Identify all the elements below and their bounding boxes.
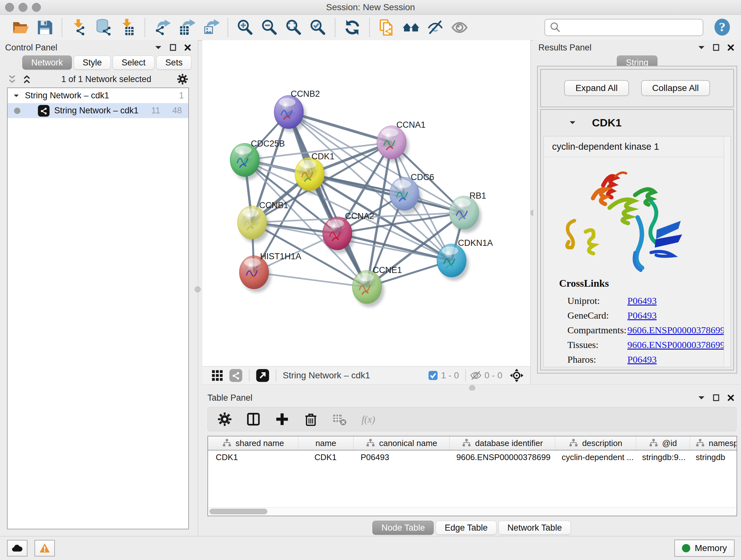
tab-style[interactable]: Style bbox=[74, 56, 111, 70]
hide-selected-button[interactable] bbox=[427, 19, 444, 36]
import-table-button[interactable] bbox=[119, 19, 136, 36]
column-header-database-identifier[interactable]: database identifier bbox=[450, 436, 555, 450]
save-session-button[interactable] bbox=[36, 19, 53, 36]
network-node-RB1[interactable] bbox=[449, 196, 481, 233]
pan-crosshair-icon[interactable] bbox=[509, 368, 524, 383]
column-header--id[interactable]: @id bbox=[636, 436, 690, 450]
warning-icon bbox=[39, 543, 51, 554]
table-horizontal-scrollbar[interactable] bbox=[208, 507, 737, 516]
memory-label: Memory bbox=[695, 543, 727, 553]
control-panel-float-icon[interactable] bbox=[168, 43, 178, 53]
cell-shared-name[interactable]: CDK1 bbox=[208, 452, 298, 462]
zoom-out-button[interactable] bbox=[261, 19, 278, 36]
network-row-selected[interactable]: String Network – cdk1 11 48 bbox=[8, 103, 188, 118]
selected-checkbox-icon[interactable] bbox=[428, 370, 439, 381]
expand-all-networks-icon[interactable] bbox=[21, 73, 32, 85]
zoom-selected-button[interactable] bbox=[309, 19, 327, 36]
node-count: 11 bbox=[151, 106, 160, 116]
search-box[interactable] bbox=[544, 19, 703, 36]
network-node-CDKN1A[interactable] bbox=[437, 244, 469, 281]
open-session-button[interactable] bbox=[12, 19, 29, 36]
network-node-CDC25B[interactable] bbox=[230, 143, 262, 180]
delete-column-button[interactable] bbox=[304, 412, 318, 427]
network-node-HIST1H1A[interactable] bbox=[239, 256, 271, 293]
tab-node-table[interactable]: Node Table bbox=[373, 521, 434, 535]
help-button[interactable]: ? bbox=[713, 18, 731, 37]
collapse-all-networks-icon[interactable] bbox=[6, 73, 18, 85]
left-panel-grip[interactable] bbox=[195, 287, 201, 293]
export-network-button[interactable] bbox=[153, 19, 171, 36]
section-collapse-icon[interactable] bbox=[568, 118, 577, 127]
import-network-file-button[interactable] bbox=[71, 19, 88, 36]
network-node-CCNE1[interactable] bbox=[352, 270, 384, 307]
first-neighbors-button[interactable] bbox=[402, 19, 420, 36]
column-header-description[interactable]: description bbox=[555, 436, 636, 450]
results-panel-float-icon[interactable] bbox=[711, 43, 721, 53]
expand-all-button[interactable]: Expand All bbox=[564, 80, 629, 96]
cell-canonical-name[interactable]: P06493 bbox=[353, 452, 449, 462]
cell-namespace[interactable]: stringdb bbox=[688, 452, 737, 462]
export-table-button[interactable] bbox=[178, 19, 195, 36]
results-scrollbar[interactable] bbox=[724, 136, 731, 367]
column-header-name[interactable]: name bbox=[298, 436, 354, 450]
scrollbar-thumb[interactable] bbox=[209, 509, 267, 514]
tab-select[interactable]: Select bbox=[113, 56, 154, 70]
cell-database-identifier[interactable]: 9606.ENSP00000378699 bbox=[449, 452, 554, 462]
collapse-all-button[interactable]: Collapse All bbox=[641, 80, 710, 96]
table-row[interactable]: CDK1CDK1P064939606.ENSP00000378699cyclin… bbox=[208, 450, 737, 464]
tab-edge-table[interactable]: Edge Table bbox=[435, 521, 496, 535]
zoom-in-button[interactable] bbox=[237, 19, 254, 36]
cell--id[interactable]: stringdb:9... bbox=[634, 452, 688, 462]
cell-name[interactable]: CDK1 bbox=[298, 452, 353, 462]
results-panel-menu-icon[interactable] bbox=[696, 43, 706, 53]
detach-view-icon[interactable] bbox=[256, 369, 269, 382]
search-input[interactable] bbox=[563, 22, 703, 33]
crosslink-link[interactable]: P06493 bbox=[627, 310, 657, 321]
show-grid-icon[interactable] bbox=[211, 369, 224, 382]
cell-description[interactable]: cyclin-dependent ... bbox=[554, 452, 634, 462]
tab-sets[interactable]: Sets bbox=[156, 56, 192, 70]
network-collection-row[interactable]: String Network – cdk1 1 bbox=[8, 88, 188, 103]
table-panel-menu-icon[interactable] bbox=[696, 393, 706, 403]
table-panel-float-icon[interactable] bbox=[711, 393, 721, 403]
horizontal-divider[interactable] bbox=[202, 384, 741, 391]
crosslink-link[interactable]: P06493 bbox=[627, 295, 657, 306]
zoom-fit-content-button[interactable] bbox=[285, 19, 302, 36]
table-tabs: Node TableEdge TableNetwork Table bbox=[202, 521, 741, 535]
string-network-badge-icon bbox=[38, 105, 50, 117]
network-node-CCNB2[interactable] bbox=[274, 96, 306, 132]
network-canvas[interactable]: CCNB2CCNA1CDC25BCDK1CDC6RB1CCNB1CCNA2CDK… bbox=[202, 40, 530, 367]
crosslink-link[interactable]: 9606.ENSP00000378699 bbox=[627, 339, 725, 350]
duplicate-network-button[interactable] bbox=[378, 19, 395, 36]
column-header-shared-name[interactable]: shared name bbox=[208, 436, 298, 450]
results-panel-close-icon[interactable] bbox=[726, 43, 736, 53]
column-header-namespace[interactable]: namespace bbox=[690, 436, 737, 450]
tab-network-table[interactable]: Network Table bbox=[498, 521, 571, 535]
network-node-CDK1[interactable] bbox=[295, 158, 327, 194]
refresh-view-button[interactable] bbox=[344, 19, 361, 36]
control-panel-menu-icon[interactable] bbox=[153, 43, 163, 53]
network-badge-icon[interactable] bbox=[229, 369, 243, 382]
collection-expand-icon[interactable] bbox=[12, 91, 20, 100]
table-panel: Table Panel f(x) shared name name canoni… bbox=[202, 390, 741, 537]
tab-network[interactable]: Network bbox=[22, 56, 72, 70]
crosslink-link[interactable]: 9606.ENSP00000378699 bbox=[627, 325, 725, 335]
table-settings-button[interactable] bbox=[217, 412, 232, 427]
network-node-CCNA2[interactable] bbox=[323, 217, 354, 253]
show-columns-button[interactable] bbox=[246, 412, 261, 427]
import-network-database-button[interactable] bbox=[95, 19, 112, 36]
app-window: Session: New Session ? Control Panel Net… bbox=[0, 0, 741, 560]
export-image-button[interactable] bbox=[202, 19, 219, 36]
cloud-status-button[interactable] bbox=[7, 540, 27, 557]
add-column-button[interactable] bbox=[275, 412, 289, 427]
warnings-button[interactable] bbox=[35, 540, 55, 557]
results-panel: Results Panel String Expand All Collapse… bbox=[533, 40, 741, 384]
table-panel-close-icon[interactable] bbox=[726, 393, 736, 403]
network-options-gear-icon[interactable] bbox=[177, 73, 188, 85]
column-header-canonical-name[interactable]: canonical name bbox=[354, 436, 450, 450]
control-panel-close-icon[interactable] bbox=[183, 43, 193, 53]
crosslink-link[interactable]: P06493 bbox=[627, 354, 657, 365]
crosslink-label: Pharos: bbox=[567, 354, 627, 365]
crosslink-label: Uniprot: bbox=[567, 295, 627, 306]
memory-button[interactable]: Memory bbox=[674, 540, 735, 557]
